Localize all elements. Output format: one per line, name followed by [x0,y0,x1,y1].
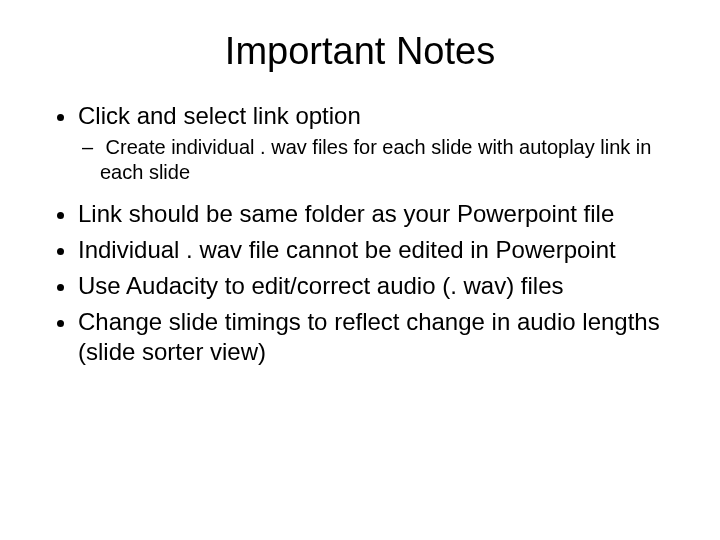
list-item: Create individual . wav files for each s… [100,135,670,185]
list-item: Individual . wav file cannot be edited i… [78,235,670,265]
sub-bullet-list: Create individual . wav files for each s… [78,135,670,185]
slide-title: Important Notes [50,30,670,73]
bullet-text: Create individual . wav files for each s… [100,136,651,183]
list-item: Link should be same folder as your Power… [78,199,670,229]
bullet-text: Individual . wav file cannot be edited i… [78,236,616,263]
bullet-text: Click and select link option [78,102,361,129]
bullet-list: Click and select link option Create indi… [50,101,670,367]
bullet-text: Link should be same folder as your Power… [78,200,614,227]
bullet-text: Use Audacity to edit/correct audio (. wa… [78,272,564,299]
slide: Important Notes Click and select link op… [0,0,720,540]
list-item: Click and select link option Create indi… [78,101,670,185]
bullet-text: Change slide timings to reflect change i… [78,308,660,365]
list-item: Use Audacity to edit/correct audio (. wa… [78,271,670,301]
list-item: Change slide timings to reflect change i… [78,307,670,367]
